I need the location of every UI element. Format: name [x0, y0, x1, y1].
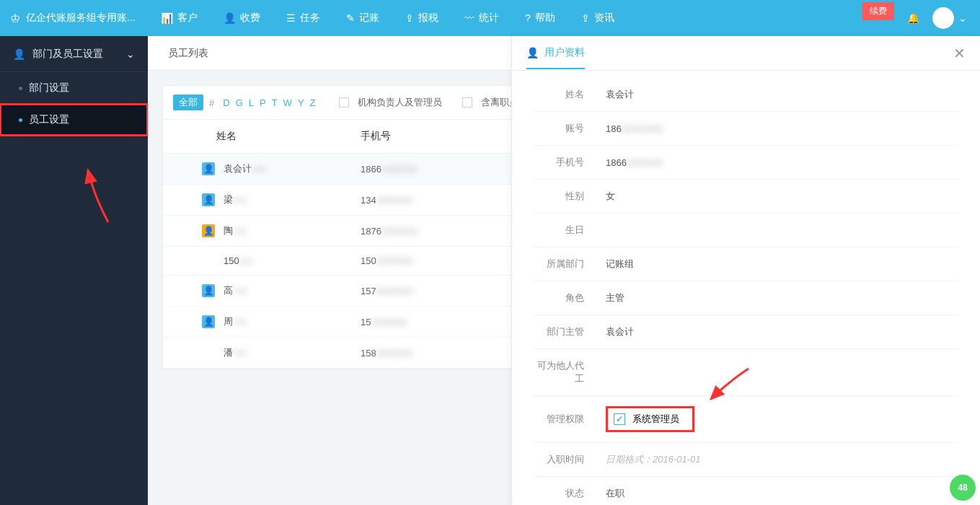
chevron-down-icon: ⌄ [958, 12, 967, 24]
checkbox-departed[interactable] [462, 97, 472, 107]
person-icon: 👤 [202, 162, 215, 175]
sidebar-group-label: 部门及员工设置 [32, 48, 103, 61]
nav-item-2[interactable]: ☰任务 [273, 0, 333, 36]
nav-icon: ? [525, 12, 531, 24]
close-icon[interactable]: ✕ [953, 45, 966, 62]
field-name: 姓名袁会计 [534, 78, 958, 112]
cell-name: 陶xxx [224, 224, 361, 237]
user-menu[interactable]: ⌄ [932, 7, 967, 29]
nav-item-0[interactable]: 📊客户 [148, 0, 211, 36]
top-nav: ♔ 亿企代账服务组专用账... 📊客户👤收费☰任务✎记账⇪报税〰统计?帮助⇪资讯… [0, 0, 980, 36]
brand: ♔ 亿企代账服务组专用账... [0, 12, 148, 25]
cell-phone: 1580000000 [361, 348, 412, 359]
nav-items: 📊客户👤收费☰任务✎记账⇪报税〰统计?帮助⇪资讯 [148, 0, 627, 36]
user-detail-drawer: 👤 用户资料 ✕ 姓名袁会计 账号18600000000 手机号18660000… [511, 36, 980, 505]
filter-letter-P[interactable]: P [257, 97, 269, 108]
drawer-tab-profile[interactable]: 👤 用户资料 [526, 46, 585, 69]
nav-item-7[interactable]: ⇪资讯 [568, 0, 627, 36]
annotation-arrow-icon [72, 166, 115, 224]
cell-name: 梁xxx [224, 193, 361, 206]
drawer-body: 姓名袁会计 账号18600000000 手机号18660000000 性别女 生… [512, 71, 980, 505]
nav-icon: ⇪ [405, 12, 414, 24]
renew-badge[interactable]: 续费 [862, 2, 894, 20]
nav-icon: 📊 [161, 12, 173, 24]
cell-phone: 1570000000 [361, 286, 412, 297]
filter-hash[interactable]: # [209, 97, 214, 108]
checkbox-admins[interactable] [339, 97, 349, 107]
field-phone: 手机号18660000000 [534, 146, 958, 180]
filter-letter-G[interactable]: G [233, 97, 246, 108]
field-role: 角色主管 [534, 281, 958, 315]
drawer-header: 👤 用户资料 ✕ [512, 36, 980, 71]
field-permission: 管理权限 ✓ 系统管理员 [534, 396, 958, 443]
nav-label: 报税 [418, 12, 438, 25]
sidebar-item-dept[interactable]: 部门设置 [0, 72, 148, 104]
cell-name: 周xxx [224, 315, 361, 328]
cell-phone: 1340000000 [361, 195, 412, 206]
nav-item-4[interactable]: ⇪报税 [392, 0, 451, 36]
chevron-down-icon: ⌄ [126, 48, 135, 60]
admin-checkbox-highlight: ✓ 系统管理员 [606, 406, 694, 432]
person-icon: 👤 [202, 193, 215, 206]
cell-phone: 18660000000 [361, 164, 418, 175]
nav-icon: 〰 [464, 12, 474, 24]
brand-text: 亿企代账服务组专用账... [26, 12, 136, 25]
filter-letter-D[interactable]: D [220, 97, 232, 108]
field-status: 状态在职 [534, 477, 958, 505]
nav-icon: 👤 [224, 12, 236, 24]
field-birthday: 生日 [534, 214, 958, 247]
filter-letter-Y[interactable]: Y [295, 97, 307, 108]
nav-right: 续费 🔔 ⌄ [862, 7, 980, 29]
field-account: 账号18600000000 [534, 112, 958, 146]
dot-icon [19, 118, 22, 122]
checkbox-sysadmin[interactable]: ✓ [614, 413, 625, 425]
field-gender: 性别女 [534, 180, 958, 214]
person-icon: 👤 [202, 284, 215, 297]
cell-name: 潘xxx [224, 346, 361, 359]
cell-name: 高xxx [224, 284, 361, 297]
cell-phone: 150000000 [361, 317, 407, 328]
nav-label: 统计 [479, 12, 499, 25]
nav-label: 帮助 [535, 12, 555, 25]
float-button[interactable]: 48 [950, 475, 976, 501]
main: 员工列表 全部 # DGLPTWYZ 机构负责人及管理员 含离职员 姓名 手机号… [148, 36, 980, 505]
person-icon: 👤 [526, 47, 539, 58]
nav-item-5[interactable]: 〰统计 [451, 0, 512, 36]
nav-item-3[interactable]: ✎记账 [333, 0, 392, 36]
sidebar-item-label: 部门设置 [29, 82, 69, 95]
nav-label: 资讯 [594, 12, 614, 25]
sidebar-group[interactable]: 👤 部门及员工设置 ⌄ [0, 36, 148, 72]
filter-all[interactable]: 全部 [173, 95, 203, 110]
nav-icon: ✎ [346, 12, 355, 24]
sidebar-item-staff[interactable]: 员工设置 [0, 104, 148, 136]
cell-phone: 1500000000 [361, 255, 412, 266]
cell-phone: 18760000000 [361, 226, 418, 237]
dot-icon [19, 87, 22, 90]
filter-letter-T[interactable]: T [269, 97, 281, 108]
sidebar: 👤 部门及员工设置 ⌄ 部门设置 员工设置 [0, 36, 148, 505]
avatar [932, 7, 954, 29]
bell-icon[interactable]: 🔔 [907, 12, 919, 24]
tab-staff-list[interactable]: 员工列表 [168, 47, 208, 60]
nav-icon: ⇪ [581, 12, 590, 24]
field-department: 所属部门记账组 [534, 247, 958, 281]
filter-letter-Z[interactable]: Z [307, 97, 319, 108]
filter-letter-L[interactable]: L [246, 97, 257, 108]
nav-item-1[interactable]: 👤收费 [211, 0, 273, 36]
th-name: 姓名 [173, 130, 361, 143]
person-icon: 👤 [13, 48, 25, 60]
filter-admins-label: 机构负责人及管理员 [358, 96, 442, 109]
cell-name: 袁会计xxx [224, 162, 361, 175]
filter-letter-W[interactable]: W [281, 97, 295, 108]
perm-label: 系统管理员 [632, 413, 679, 426]
nav-label: 任务 [300, 12, 320, 25]
nav-item-6[interactable]: ?帮助 [512, 0, 568, 36]
drawer-title: 用户资料 [544, 46, 585, 59]
sidebar-item-label: 员工设置 [29, 113, 69, 126]
nav-label: 收费 [240, 12, 260, 25]
person-icon: 👤 [202, 315, 215, 328]
crown-icon: ♔ [10, 12, 20, 25]
nav-label: 记账 [359, 12, 379, 25]
cell-name: 150xxx [224, 255, 361, 266]
field-manager: 部门主管袁会计 [534, 315, 958, 349]
